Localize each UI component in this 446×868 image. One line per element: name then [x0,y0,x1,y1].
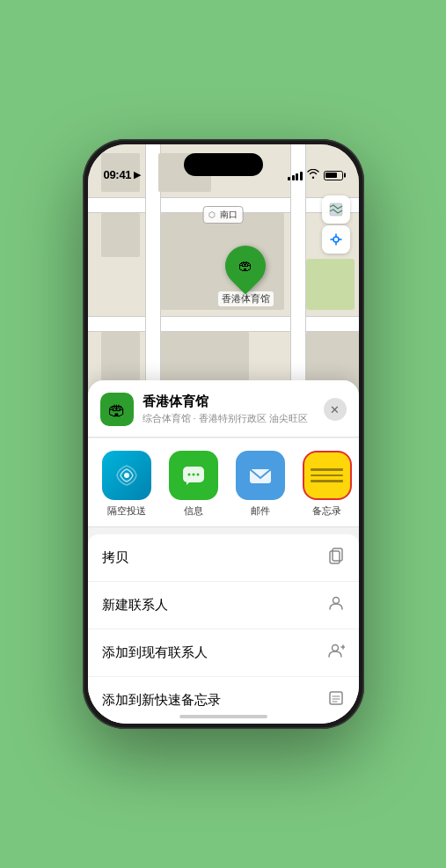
map-block-ml [101,213,140,257]
notes-inner [304,452,350,498]
svg-point-9 [187,474,190,476]
venue-info: 香港体育馆 综合体育馆 · 香港特别行政区 油尖旺区 [143,394,315,425]
svg-point-1 [333,237,339,242]
status-icons [288,169,343,181]
svg-rect-19 [330,692,342,704]
location-icon: ▶ [134,169,141,180]
action-quick-note-text: 添加到新快速备忘录 [102,692,221,709]
share-item-mail[interactable]: 邮件 [234,451,287,518]
airdrop-label: 隔空投送 [107,505,146,518]
share-row: 隔空投送 信息 [88,438,359,527]
dynamic-island [184,153,263,176]
mail-icon [236,451,285,500]
action-add-contact[interactable]: 添加到现有联系人 [88,629,359,677]
svg-rect-13 [333,548,342,561]
svg-point-11 [196,474,199,476]
phone-screen: 09:41 ▶ [88,144,359,724]
share-item-message[interactable]: 信息 [167,451,220,518]
sheet-header: 🏟 香港体育馆 综合体育馆 · 香港特别行政区 油尖旺区 ✕ [88,380,359,438]
map-green [306,259,355,310]
action-list: 拷贝 新建联系人 [88,534,359,724]
notes-line-3 [311,480,342,482]
action-copy[interactable]: 拷贝 [88,534,359,582]
airdrop-icon [102,451,151,500]
add-contact-icon [327,642,345,664]
pin-stadium-icon: 🏟 [238,258,252,274]
share-item-notes[interactable]: 备忘录 [301,451,354,518]
venue-icon: 🏟 [100,393,134,426]
home-indicator [179,715,267,718]
action-new-contact[interactable]: 新建联系人 [88,582,359,629]
pin-inner: 🏟 [232,253,259,279]
location-pin: 🏟 香港体育馆 [218,246,274,306]
notes-line-1 [311,468,342,471]
signal-bar-1 [288,177,290,180]
road-h2 [88,316,359,332]
signal-bar-4 [300,172,303,180]
venue-name: 香港体育馆 [143,394,315,410]
battery-fill [325,173,337,178]
battery-icon [324,171,343,180]
venue-sub: 综合体育馆 · 香港特别行政区 油尖旺区 [143,412,315,425]
svg-rect-14 [330,551,340,563]
map-type-button[interactable] [322,195,350,224]
svg-point-6 [124,473,129,478]
svg-point-10 [192,474,194,476]
svg-rect-0 [330,203,342,216]
action-add-contact-text: 添加到现有联系人 [102,644,208,661]
map-controls [322,195,350,254]
message-label: 信息 [184,505,203,518]
signal-bars [288,171,303,180]
bottom-sheet: 🏟 香港体育馆 综合体育馆 · 香港特别行政区 油尖旺区 ✕ [88,380,359,724]
copy-icon [327,547,345,569]
location-button[interactable] [322,225,350,254]
action-copy-text: 拷贝 [102,549,128,566]
phone-frame: 09:41 ▶ [83,139,364,729]
wifi-icon [307,169,319,181]
notes-label: 备忘录 [312,505,341,518]
status-time: 09:41 [104,168,132,181]
close-button[interactable]: ✕ [324,398,347,421]
signal-bar-2 [292,175,295,180]
map-label: ⬡ 南口 [202,206,244,224]
action-new-contact-text: 新建联系人 [102,597,168,614]
quick-note-icon [327,689,345,711]
pin-circle: 🏟 [216,237,274,294]
signal-bar-3 [296,173,298,180]
svg-point-16 [332,645,338,651]
svg-point-15 [333,598,339,604]
share-item-airdrop[interactable]: 隔空投送 [100,451,153,518]
message-icon [169,451,218,500]
notes-line-2 [311,474,342,477]
notes-icon [303,451,352,500]
new-contact-icon [327,594,345,616]
mail-label: 邮件 [251,505,270,518]
